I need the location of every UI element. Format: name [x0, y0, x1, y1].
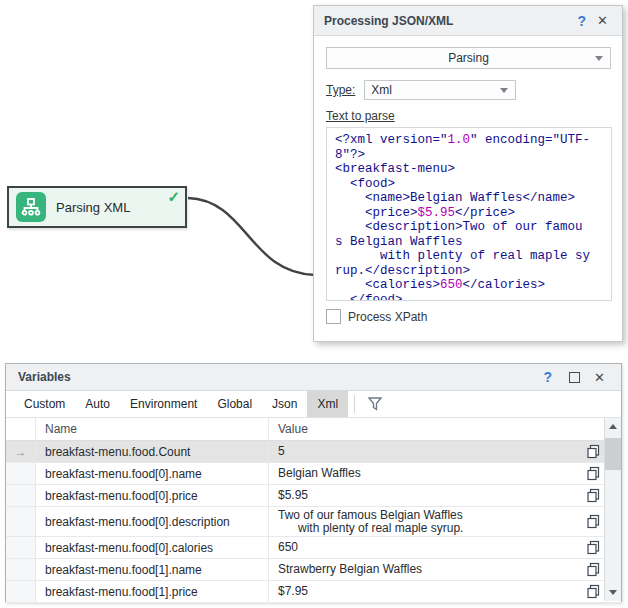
variable-name-cell[interactable]: breakfast-menu.food.Count	[36, 441, 269, 462]
filter-button[interactable]	[361, 391, 389, 417]
copy-button[interactable]	[581, 441, 606, 462]
row-indicator-cell	[6, 507, 36, 536]
code-line: <?xml version="1.0" encoding="UTF-	[335, 133, 611, 148]
variable-value-cell[interactable]: Belgian Waffles	[269, 463, 581, 484]
variable-name-cell[interactable]: breakfast-menu.food[0].price	[36, 485, 269, 506]
copy-button[interactable]	[581, 463, 606, 484]
dialog-title: Processing JSON/XML	[324, 14, 571, 28]
variable-name-cell[interactable]: breakfast-menu.food[0].description	[36, 507, 269, 536]
type-combobox-value: Xml	[371, 83, 392, 97]
variable-value-cell[interactable]: Two of our famous Belgian Waffles with p…	[269, 507, 581, 536]
tab-environment[interactable]: Environment	[120, 391, 207, 417]
help-button[interactable]: ?	[537, 369, 560, 385]
process-xpath-row: Process XPath	[326, 309, 611, 324]
triangle-down-icon	[609, 590, 617, 595]
success-check-icon: ✓	[167, 188, 180, 206]
code-line: rup.</description>	[335, 264, 611, 279]
variable-row[interactable]: breakfast-menu.food[0].nameBelgian Waffl…	[6, 463, 621, 485]
copy-button[interactable]	[581, 507, 606, 536]
variable-row[interactable]: breakfast-menu.food[1].nameStrawberry Be…	[6, 559, 621, 581]
copy-icon[interactable]	[586, 444, 601, 459]
text-to-parse-editor[interactable]: <?xml version="1.0" encoding="UTF-8"?><b…	[326, 127, 612, 301]
tab-xml[interactable]: Xml	[307, 391, 348, 417]
close-button[interactable]: ✕	[590, 370, 609, 385]
column-header-value[interactable]: Value	[269, 418, 581, 440]
maximize-button[interactable]	[569, 372, 580, 383]
variable-name-cell[interactable]: breakfast-menu.food[0].calories	[36, 537, 269, 558]
copy-button[interactable]	[581, 485, 606, 506]
dialog-body: Parsing Type: Xml Text to parse <?xml ve…	[314, 36, 622, 324]
copy-button[interactable]	[581, 581, 606, 602]
code-line: <name>Belgian Waffles</name>	[335, 191, 611, 206]
type-label: Type:	[326, 83, 355, 97]
mode-combobox[interactable]: Parsing	[326, 47, 611, 69]
variable-name-cell[interactable]: breakfast-menu.food[1].price	[36, 581, 269, 602]
text-to-parse-label: Text to parse	[326, 109, 611, 123]
tab-json[interactable]: Json	[262, 391, 307, 417]
type-row: Type: Xml	[326, 80, 611, 100]
copy-icon[interactable]	[586, 488, 601, 503]
copy-button[interactable]	[581, 559, 606, 580]
code-line: s Belgian Waffles	[335, 235, 611, 250]
variable-value-cell[interactable]: Strawberry Belgian Waffles	[269, 559, 581, 580]
variable-value-cell[interactable]: 650	[269, 537, 581, 558]
variable-name-cell[interactable]: breakfast-menu.food[1].name	[36, 559, 269, 580]
variable-value-cell[interactable]: $7.95	[269, 581, 581, 602]
scroll-up-button[interactable]	[605, 418, 621, 435]
variable-value-cell[interactable]: $5.95	[269, 485, 581, 506]
close-button[interactable]: ✕	[593, 13, 612, 28]
variables-titlebar[interactable]: Variables ? ✕	[6, 364, 621, 391]
code-text: <?xml version="	[335, 133, 448, 147]
row-indicator-cell	[6, 559, 36, 580]
tab-auto[interactable]: Auto	[75, 391, 120, 417]
flow-node-parsing-xml[interactable]: Parsing XML ✓	[7, 186, 187, 228]
column-header-name[interactable]: Name	[36, 418, 269, 440]
copy-icon[interactable]	[586, 562, 601, 577]
copy-icon[interactable]	[586, 514, 601, 529]
code-text: </food>	[335, 293, 403, 302]
row-indicator-cell	[6, 485, 36, 506]
code-line: </food>	[335, 293, 611, 302]
copy-button[interactable]	[581, 537, 606, 558]
dialog-titlebar[interactable]: Processing JSON/XML ? ✕	[314, 6, 622, 36]
scroll-down-button[interactable]	[605, 584, 621, 601]
vertical-scrollbar[interactable]	[604, 418, 621, 601]
tab-global[interactable]: Global	[207, 391, 262, 417]
triangle-up-icon	[609, 424, 617, 429]
tab-custom[interactable]: Custom	[14, 391, 75, 417]
variable-name-cell[interactable]: breakfast-menu.food[0].name	[36, 463, 269, 484]
code-literal: 650	[440, 278, 463, 292]
process-xpath-checkbox[interactable]	[326, 309, 341, 324]
copy-icon[interactable]	[586, 466, 601, 481]
variable-row[interactable]: breakfast-menu.food[0].calories650	[6, 537, 621, 559]
code-text: <price>	[335, 206, 418, 220]
copy-icon[interactable]	[586, 584, 601, 599]
variable-row[interactable]: breakfast-menu.food[1].price$7.95	[6, 581, 621, 603]
connector-line	[185, 190, 317, 282]
code-literal: 1.0	[448, 133, 471, 147]
code-text: with plenty of real maple sy	[335, 249, 590, 263]
variable-row[interactable]: breakfast-menu.food[0].price$5.95	[6, 485, 621, 507]
scrollbar-thumb[interactable]	[605, 438, 621, 470]
tab-separator	[354, 395, 355, 413]
type-combobox[interactable]: Xml	[364, 80, 516, 100]
variables-panel: Variables ? ✕ CustomAutoEnvironmentGloba…	[5, 363, 622, 602]
grid-header-row: Name Value	[6, 418, 621, 441]
code-text: 8"?>	[335, 148, 365, 162]
code-text: s Belgian Waffles	[335, 235, 463, 249]
row-indicator-cell	[6, 463, 36, 484]
processing-json-xml-dialog: Processing JSON/XML ? ✕ Parsing Type: Xm…	[313, 5, 623, 342]
process-xpath-label: Process XPath	[348, 310, 427, 324]
current-row-indicator: →	[6, 441, 36, 462]
code-line: with plenty of real maple sy	[335, 249, 611, 264]
variable-row[interactable]: breakfast-menu.food[0].descriptionTwo of…	[6, 507, 621, 537]
hierarchy-icon	[16, 192, 46, 222]
copy-icon[interactable]	[586, 540, 601, 555]
code-line: <food>	[335, 177, 611, 192]
help-button[interactable]: ?	[571, 13, 594, 29]
funnel-icon	[367, 396, 383, 412]
variable-row[interactable]: →breakfast-menu.food.Count5	[6, 441, 621, 463]
chevron-down-icon	[500, 88, 508, 93]
variable-value-cell[interactable]: 5	[269, 441, 581, 462]
variables-tabstrip: CustomAutoEnvironmentGlobalJsonXml	[6, 391, 621, 418]
